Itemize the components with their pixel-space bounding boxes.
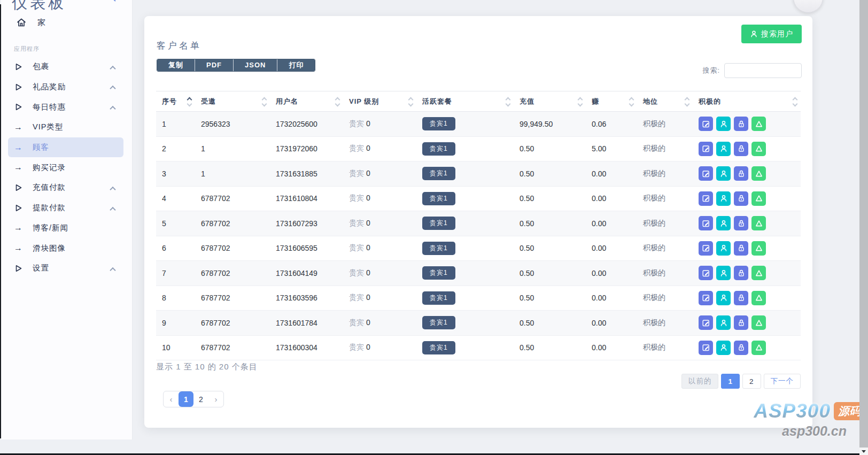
page-button-1[interactable]: 1 (721, 374, 740, 389)
edit-action-button[interactable] (699, 117, 713, 131)
sort-carets-icon[interactable] (578, 96, 584, 108)
sort-carets-icon[interactable] (506, 96, 511, 108)
cell-recharge: 99,949.50 (514, 112, 586, 137)
scrollbar[interactable] (859, 0, 868, 455)
sort-carets-icon[interactable] (262, 96, 268, 108)
lock-action-button[interactable] (734, 142, 748, 156)
sidebar-item-9[interactable]: →博客/新闻 (8, 218, 123, 238)
search-input[interactable] (724, 63, 802, 78)
triangle-action-button[interactable] (751, 341, 766, 355)
edit-action-button[interactable] (699, 266, 713, 280)
triangle-action-button[interactable] (751, 166, 766, 181)
triangle-action-button[interactable] (751, 241, 766, 256)
sort-carets-icon[interactable] (336, 96, 341, 108)
sidebar-item-home[interactable]: 家 (1, 14, 132, 31)
user-action-button[interactable] (716, 117, 731, 131)
next-page-button[interactable]: 下一个 (764, 374, 801, 389)
sidebar-item-3[interactable]: 每日特惠 (8, 97, 123, 117)
search-user-button[interactable]: 搜索用户 (741, 25, 802, 43)
sidebar-item-7[interactable]: 充值付款 (8, 178, 123, 198)
user-action-button[interactable] (716, 315, 731, 330)
lock-action-button[interactable] (734, 166, 748, 181)
lock-action-button[interactable] (734, 291, 748, 305)
sort-carets-icon[interactable] (793, 96, 799, 108)
edit-action-button[interactable] (699, 315, 713, 330)
column-header[interactable]: 地位 (637, 91, 693, 112)
lock-action-button[interactable] (734, 266, 748, 280)
cell-active-package: 贵宾1 (416, 236, 514, 261)
edit-action-button[interactable] (699, 216, 713, 230)
sort-carets-icon[interactable] (188, 96, 193, 108)
edit-action-button[interactable] (699, 166, 713, 181)
sidebar-item-1[interactable]: 包裹 (8, 57, 123, 77)
sidebar-item-4[interactable]: →VIP类型 (8, 117, 123, 137)
column-header[interactable]: 积极的 (693, 91, 801, 112)
edit-action-button[interactable] (699, 291, 713, 305)
cell-status: 积极的 (637, 112, 693, 137)
edit-action-button[interactable] (699, 341, 713, 355)
column-header[interactable]: 赚 (586, 91, 637, 112)
previous-page-button[interactable]: 以前的 (681, 374, 719, 389)
page-button-2[interactable]: 2 (742, 374, 761, 389)
triangle-action-button[interactable] (751, 266, 766, 280)
triangle-action-button[interactable] (751, 142, 766, 156)
cell-recharge: 0.50 (514, 311, 586, 336)
column-header[interactable]: 充值 (514, 91, 586, 112)
cell-invited: 6787702 (195, 186, 270, 211)
edit-action-button[interactable] (699, 241, 713, 256)
table-row: 1067877021731600304贵宾0贵宾10.500.00积极的 (156, 335, 801, 360)
user-action-button[interactable] (716, 166, 731, 181)
sidebar-item-2[interactable]: 礼品奖励 (8, 77, 123, 97)
sort-carets-icon[interactable] (630, 96, 635, 108)
lock-action-button[interactable] (734, 216, 748, 230)
user-action-button[interactable] (716, 216, 731, 230)
user-action-button[interactable] (716, 241, 731, 256)
column-header[interactable]: 用户名 (270, 91, 343, 112)
triangle-action-button[interactable] (751, 291, 766, 305)
sort-carets-icon[interactable] (409, 96, 414, 108)
lock-action-button[interactable] (734, 117, 748, 131)
user-action-button[interactable] (716, 291, 731, 305)
lock-action-button[interactable] (734, 315, 748, 330)
cell-actions (693, 136, 801, 161)
chevron-up-icon (110, 106, 115, 112)
edit-action-button[interactable] (699, 191, 713, 206)
column-header-label: 地位 (643, 97, 658, 105)
lock-action-button[interactable] (734, 241, 748, 256)
lock-action-button[interactable] (734, 341, 748, 355)
next-page-arrow[interactable]: › (208, 391, 223, 407)
export-button-pdf[interactable]: PDF (195, 59, 234, 71)
previous-page-arrow[interactable]: ‹ (164, 391, 179, 407)
page-number-2[interactable]: 2 (193, 391, 208, 407)
cell-active-package: 贵宾1 (416, 211, 514, 236)
export-button-打印[interactable]: 打印 (277, 59, 315, 71)
sidebar-item-5[interactable]: →顾客 (8, 137, 123, 158)
scroll-down-icon[interactable] (859, 448, 868, 455)
user-action-button[interactable] (716, 341, 731, 355)
export-button-复制[interactable]: 复制 (157, 59, 195, 71)
column-header[interactable]: 受邀 (195, 91, 270, 112)
column-header[interactable]: 活跃套餐 (416, 91, 514, 112)
column-header[interactable]: VIP 级别 (343, 91, 416, 112)
triangle-action-button[interactable] (751, 191, 766, 206)
sidebar-item-8[interactable]: 提款付款 (8, 198, 123, 218)
user-action-button[interactable] (716, 266, 731, 280)
lock-action-button[interactable] (734, 191, 748, 206)
edit-action-button[interactable] (699, 142, 713, 156)
sidebar-item-11[interactable]: 设置 (8, 258, 123, 279)
triangle-action-button[interactable] (751, 117, 766, 131)
column-header[interactable]: 序号 (156, 91, 195, 112)
export-button-json[interactable]: JSON (234, 59, 277, 71)
sidebar-item-10[interactable]: →滑块图像 (8, 238, 123, 258)
user-action-button[interactable] (716, 142, 731, 156)
cell-serial: 8 (156, 286, 195, 311)
user-action-button[interactable] (716, 191, 731, 206)
sidebar-toggle-icon[interactable] (110, 0, 115, 3)
sidebar-item-6[interactable]: →购买记录 (8, 157, 123, 178)
triangle-action-button[interactable] (751, 216, 766, 230)
triangle-action-button[interactable] (751, 315, 766, 330)
page-number-1[interactable]: 1 (179, 391, 193, 407)
sort-carets-icon[interactable] (685, 96, 691, 108)
arrow-right-icon: → (13, 222, 24, 233)
package-badge: 贵宾1 (422, 341, 455, 354)
